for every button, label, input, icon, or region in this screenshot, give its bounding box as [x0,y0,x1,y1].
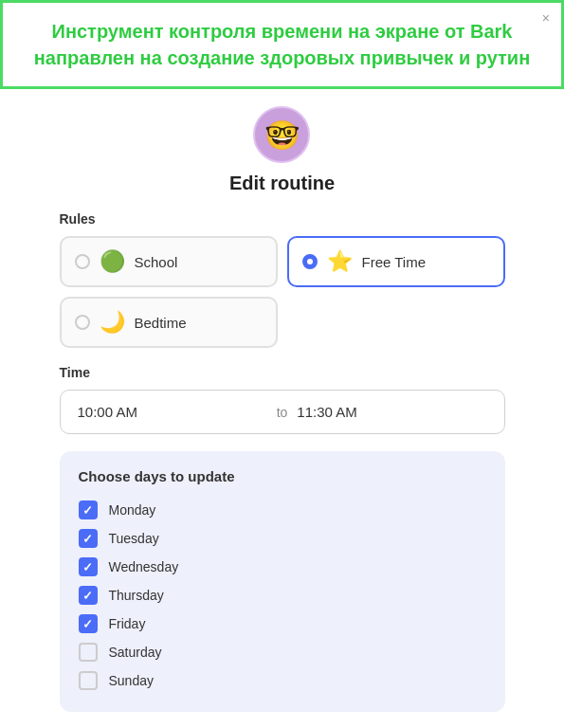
close-icon[interactable]: × [542,10,550,26]
day-item[interactable]: Saturday [79,638,486,666]
page-title: Edit routine [229,173,335,194]
day-name-wednesday: Wednesday [109,559,179,574]
day-item[interactable]: Tuesday [79,524,486,553]
day-item[interactable]: Sunday [79,666,486,695]
avatar-emoji: 🤓 [264,118,300,152]
day-name-saturday: Saturday [109,645,162,660]
day-item[interactable]: Friday [79,610,486,638]
school-label: School [135,254,178,270]
rule-option-freetime[interactable]: ⭐ Free Time [287,236,505,287]
freetime-label: Free Time [362,254,427,270]
rule-option-bedtime[interactable]: 🌙 Bedtime [60,297,278,348]
main-card: Rules 🟢 School ⭐ Free Time 🌙 Bedtime Tim… [60,211,505,728]
time-label: Time [60,365,505,380]
time-row[interactable]: 10:00 AM to 11:30 AM [60,390,505,434]
time-start: 10:00 AM [78,404,267,420]
days-section: Choose days to update MondayTuesdayWedne… [60,451,505,712]
day-name-thursday: Thursday [109,588,164,603]
banner-text: Инструмент контроля времени на экране от… [34,21,530,68]
avatar: 🤓 [253,106,310,163]
day-name-tuesday: Tuesday [109,531,159,546]
radio-freetime[interactable] [302,254,318,269]
school-icon: 🟢 [100,249,125,274]
rules-label: Rules [60,211,505,227]
day-checkbox-thursday[interactable] [79,586,98,605]
day-name-monday: Monday [109,502,156,518]
rule-option-school[interactable]: 🟢 School [60,236,278,287]
bedtime-label: Bedtime [135,315,187,331]
day-item[interactable]: Thursday [79,581,486,610]
day-checkbox-sunday[interactable] [79,671,98,690]
day-item[interactable]: Monday [79,496,486,524]
radio-school[interactable] [75,254,90,269]
rules-grid: 🟢 School ⭐ Free Time 🌙 Bedtime [60,236,505,348]
day-checkbox-friday[interactable] [79,614,98,633]
time-separator: to [277,405,288,420]
freetime-icon: ⭐ [327,249,353,274]
avatar-section: 🤓 Edit routine [229,106,335,194]
day-checkbox-saturday[interactable] [79,643,98,662]
days-title: Choose days to update [79,468,486,484]
time-end: 11:30 AM [297,404,486,420]
info-banner: Инструмент контроля времени на экране от… [0,0,564,89]
radio-bedtime[interactable] [75,315,90,330]
days-list: MondayTuesdayWednesdayThursdayFridaySatu… [79,496,486,695]
day-checkbox-monday[interactable] [79,500,98,519]
day-item[interactable]: Wednesday [79,553,486,581]
time-section: Time 10:00 AM to 11:30 AM [60,365,505,434]
bedtime-icon: 🌙 [100,310,125,335]
day-checkbox-tuesday[interactable] [79,529,98,548]
day-name-friday: Friday [109,616,146,631]
day-checkbox-wednesday[interactable] [79,557,98,576]
day-name-sunday: Sunday [109,673,154,688]
